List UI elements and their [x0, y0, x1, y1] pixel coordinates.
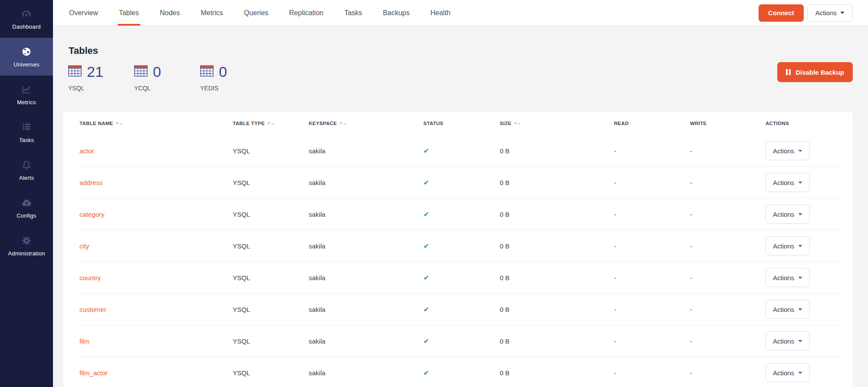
write-cell: -	[690, 306, 766, 313]
sort-icon	[514, 122, 521, 125]
sidebar-item-universes[interactable]: Universes	[0, 38, 53, 76]
read-cell: -	[614, 211, 690, 218]
universe-tabs: Overview Tables Nodes Metrics Queries Re…	[69, 0, 471, 26]
tab-replication[interactable]: Replication	[289, 0, 323, 26]
tables-page: Tables 21	[53, 26, 868, 387]
stat-ycql: 0 YCQL	[134, 64, 200, 92]
app-window: Dashboard Universes Metrics	[0, 0, 868, 387]
stat-label: YSQL	[68, 85, 134, 92]
universe-actions-dropdown[interactable]: Actions	[807, 4, 853, 22]
size-cell: 0 B	[500, 306, 614, 313]
keyspace-cell: sakila	[309, 306, 423, 313]
page-title: Tables	[69, 45, 853, 56]
table-name-link[interactable]: film	[79, 337, 233, 345]
tab-nodes[interactable]: Nodes	[160, 0, 180, 26]
stat-label: YEDIS	[200, 85, 266, 92]
table-row: city YSQL sakila ✔ 0 B - - Actions	[79, 230, 841, 262]
chevron-down-icon	[798, 372, 802, 374]
size-cell: 0 B	[500, 274, 614, 281]
status-ok-icon: ✔	[423, 210, 500, 218]
tab-tasks[interactable]: Tasks	[344, 0, 362, 26]
table-type-cell: YSQL	[233, 211, 309, 218]
column-header-table-name[interactable]: Table Name	[79, 121, 233, 126]
table-name-link[interactable]: customer	[79, 306, 233, 313]
read-cell: -	[614, 147, 690, 155]
table-name-link[interactable]: city	[79, 242, 233, 250]
column-header-read: Read	[614, 121, 690, 126]
table-name-link[interactable]: address	[79, 179, 233, 186]
tab-tables[interactable]: Tables	[119, 0, 139, 26]
sidebar-item-dashboard[interactable]: Dashboard	[0, 0, 53, 38]
connect-button[interactable]: Connect	[759, 4, 804, 22]
table-row: category YSQL sakila ✔ 0 B - - Actions	[79, 198, 841, 230]
status-ok-icon: ✔	[423, 147, 500, 155]
sidebar-item-label: Administration	[8, 250, 45, 257]
sort-icon	[116, 122, 123, 125]
table-name-link[interactable]: country	[79, 274, 233, 281]
keyspace-cell: sakila	[309, 337, 423, 345]
write-cell: -	[690, 179, 766, 186]
stat-label: YCQL	[134, 85, 200, 92]
table-type-cell: YSQL	[233, 147, 309, 155]
sidebar-item-administration[interactable]: Administration	[0, 227, 53, 265]
row-actions-dropdown[interactable]: Actions	[766, 363, 810, 382]
read-cell: -	[614, 274, 690, 281]
table-row: address YSQL sakila ✔ 0 B - - Actions	[79, 167, 841, 198]
bell-icon	[21, 159, 32, 171]
table-type-cell: YSQL	[233, 242, 309, 250]
write-cell: -	[690, 274, 766, 281]
sidebar-item-alerts[interactable]: Alerts	[0, 151, 53, 189]
table-row: country YSQL sakila ✔ 0 B - - Actions	[79, 262, 841, 294]
row-actions-dropdown[interactable]: Actions	[766, 300, 810, 319]
sidebar-item-tasks[interactable]: Tasks	[0, 113, 53, 151]
column-header-status: Status	[423, 121, 500, 126]
pause-icon	[786, 69, 791, 75]
write-cell: -	[690, 147, 766, 155]
row-actions-dropdown[interactable]: Actions	[766, 205, 810, 224]
row-actions-dropdown[interactable]: Actions	[766, 236, 810, 255]
disable-backup-button[interactable]: Disable Backup	[777, 62, 853, 82]
status-ok-icon: ✔	[423, 179, 500, 187]
keyspace-cell: sakila	[309, 369, 423, 377]
tab-overview[interactable]: Overview	[69, 0, 98, 26]
write-cell: -	[690, 337, 766, 345]
column-header-actions: Actions	[766, 121, 841, 126]
row-actions-dropdown[interactable]: Actions	[766, 141, 810, 160]
table-row: customer YSQL sakila ✔ 0 B - - Actions	[79, 294, 841, 325]
size-cell: 0 B	[500, 337, 614, 345]
keyspace-cell: sakila	[309, 274, 423, 281]
column-header-table-type[interactable]: Table Type	[233, 121, 309, 126]
size-cell: 0 B	[500, 211, 614, 218]
row-actions-dropdown[interactable]: Actions	[766, 331, 810, 351]
status-ok-icon: ✔	[423, 274, 500, 282]
status-ok-icon: ✔	[423, 305, 500, 314]
chevron-down-icon	[798, 308, 802, 311]
tab-queries[interactable]: Queries	[244, 0, 268, 26]
globe-icon	[21, 46, 32, 57]
column-header-size[interactable]: Size	[500, 121, 614, 126]
sidebar-item-label: Configs	[17, 212, 36, 219]
tab-metrics[interactable]: Metrics	[201, 0, 223, 26]
chevron-down-icon	[798, 182, 802, 184]
chevron-down-icon	[798, 340, 802, 342]
table-type-cell: YSQL	[233, 369, 309, 377]
tab-backups[interactable]: Backups	[383, 0, 409, 26]
table-name-link[interactable]: category	[79, 211, 233, 218]
row-actions-dropdown[interactable]: Actions	[766, 268, 810, 287]
table-type-cell: YSQL	[233, 274, 309, 281]
table-name-link[interactable]: actor	[79, 147, 233, 155]
sidebar-item-configs[interactable]: Configs	[0, 189, 53, 227]
table-name-link[interactable]: film_actor	[79, 369, 233, 377]
tasks-list-icon	[21, 122, 32, 133]
column-header-keyspace[interactable]: Keyspace	[309, 121, 423, 126]
table-count-stats: 21 YSQL	[68, 64, 266, 92]
table-type-cell: YSQL	[233, 337, 309, 345]
row-actions-dropdown[interactable]: Actions	[766, 173, 810, 192]
sidebar-item-metrics[interactable]: Metrics	[0, 76, 53, 113]
dashboard-gauge-icon	[21, 8, 32, 20]
column-header-write: Write	[690, 121, 766, 126]
tables-list-card: Table Name Table Type Keyspace Status Si…	[63, 112, 853, 387]
tab-health[interactable]: Health	[430, 0, 450, 26]
table-grid-icon	[68, 65, 82, 79]
size-cell: 0 B	[500, 242, 614, 250]
